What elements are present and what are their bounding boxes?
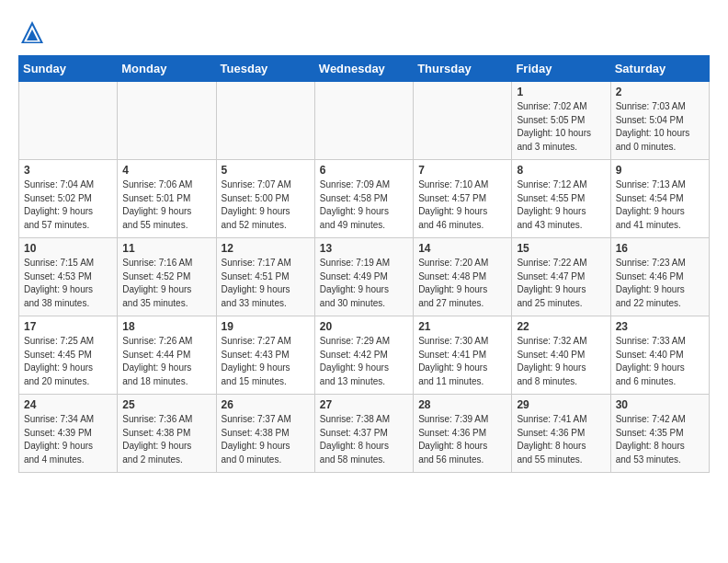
calendar-cell: 24Sunrise: 7:34 AM Sunset: 4:39 PM Dayli…: [19, 395, 118, 473]
calendar-cell: 18Sunrise: 7:26 AM Sunset: 4:44 PM Dayli…: [118, 316, 216, 395]
day-number: 24: [24, 398, 112, 411]
calendar-cell: [19, 82, 118, 160]
day-info: Sunrise: 7:30 AM Sunset: 4:41 PM Dayligh…: [418, 335, 506, 388]
calendar-cell: [414, 82, 512, 160]
day-number: 2: [616, 86, 704, 98]
day-info: Sunrise: 7:07 AM Sunset: 5:00 PM Dayligh…: [222, 178, 310, 232]
day-info: Sunrise: 7:23 AM Sunset: 4:46 PM Dayligh…: [616, 257, 704, 310]
week-row-5: 24Sunrise: 7:34 AM Sunset: 4:39 PM Dayli…: [19, 395, 710, 473]
calendar-cell: 22Sunrise: 7:32 AM Sunset: 4:40 PM Dayli…: [512, 316, 610, 395]
calendar-cell: 11Sunrise: 7:16 AM Sunset: 4:52 PM Dayli…: [118, 238, 216, 316]
day-number: 1: [517, 86, 605, 98]
calendar-cell: 26Sunrise: 7:37 AM Sunset: 4:38 PM Dayli…: [216, 395, 314, 473]
day-info: Sunrise: 7:34 AM Sunset: 4:39 PM Dayligh…: [24, 413, 112, 466]
day-number: 30: [616, 398, 704, 411]
calendar-cell: 19Sunrise: 7:27 AM Sunset: 4:43 PM Dayli…: [216, 316, 314, 395]
day-number: 6: [320, 164, 408, 177]
logo: [18, 18, 50, 46]
calendar-cell: 8Sunrise: 7:12 AM Sunset: 4:55 PM Daylig…: [512, 160, 610, 238]
day-info: Sunrise: 7:20 AM Sunset: 4:48 PM Dayligh…: [418, 257, 506, 310]
day-number: 9: [616, 164, 704, 177]
page-header: [18, 18, 710, 46]
calendar-cell: 15Sunrise: 7:22 AM Sunset: 4:47 PM Dayli…: [512, 238, 610, 316]
day-number: 21: [418, 320, 506, 333]
day-number: 19: [222, 320, 310, 333]
calendar-cell: 13Sunrise: 7:19 AM Sunset: 4:49 PM Dayli…: [314, 238, 413, 316]
day-number: 20: [320, 320, 408, 333]
week-row-2: 3Sunrise: 7:04 AM Sunset: 5:02 PM Daylig…: [19, 160, 710, 238]
day-info: Sunrise: 7:04 AM Sunset: 5:02 PM Dayligh…: [24, 178, 112, 232]
day-info: Sunrise: 7:29 AM Sunset: 4:42 PM Dayligh…: [320, 335, 408, 388]
day-info: Sunrise: 7:12 AM Sunset: 4:55 PM Dayligh…: [517, 178, 605, 232]
calendar-cell: 21Sunrise: 7:30 AM Sunset: 4:41 PM Dayli…: [414, 316, 512, 395]
day-number: 18: [122, 320, 210, 333]
calendar-cell: 30Sunrise: 7:42 AM Sunset: 4:35 PM Dayli…: [610, 395, 709, 473]
calendar-cell: [216, 82, 314, 160]
calendar-cell: 10Sunrise: 7:15 AM Sunset: 4:53 PM Dayli…: [19, 238, 118, 316]
calendar-cell: 7Sunrise: 7:10 AM Sunset: 4:57 PM Daylig…: [414, 160, 512, 238]
day-number: 26: [222, 398, 310, 411]
day-info: Sunrise: 7:37 AM Sunset: 4:38 PM Dayligh…: [222, 413, 310, 466]
day-number: 17: [24, 320, 112, 333]
calendar-cell: [314, 82, 413, 160]
logo-icon: [18, 18, 46, 46]
calendar-cell: 16Sunrise: 7:23 AM Sunset: 4:46 PM Dayli…: [610, 238, 709, 316]
day-number: 12: [222, 242, 310, 255]
day-info: Sunrise: 7:26 AM Sunset: 4:44 PM Dayligh…: [122, 335, 210, 388]
day-info: Sunrise: 7:10 AM Sunset: 4:57 PM Dayligh…: [418, 178, 506, 232]
day-number: 29: [517, 398, 605, 411]
day-header-monday: Monday: [118, 56, 216, 82]
day-info: Sunrise: 7:41 AM Sunset: 4:36 PM Dayligh…: [517, 413, 605, 466]
calendar-cell: 6Sunrise: 7:09 AM Sunset: 4:58 PM Daylig…: [314, 160, 413, 238]
calendar-cell: 14Sunrise: 7:20 AM Sunset: 4:48 PM Dayli…: [414, 238, 512, 316]
day-info: Sunrise: 7:22 AM Sunset: 4:47 PM Dayligh…: [517, 257, 605, 310]
day-info: Sunrise: 7:06 AM Sunset: 5:01 PM Dayligh…: [122, 178, 210, 232]
day-header-sunday: Sunday: [19, 56, 118, 82]
day-number: 13: [320, 242, 408, 255]
day-info: Sunrise: 7:03 AM Sunset: 5:04 PM Dayligh…: [616, 100, 704, 154]
day-number: 11: [122, 242, 210, 255]
day-number: 27: [320, 398, 408, 411]
calendar-cell: 29Sunrise: 7:41 AM Sunset: 4:36 PM Dayli…: [512, 395, 610, 473]
day-number: 25: [122, 398, 210, 411]
day-number: 23: [616, 320, 704, 333]
calendar-cell: 4Sunrise: 7:06 AM Sunset: 5:01 PM Daylig…: [118, 160, 216, 238]
day-info: Sunrise: 7:36 AM Sunset: 4:38 PM Dayligh…: [122, 413, 210, 466]
calendar-cell: 2Sunrise: 7:03 AM Sunset: 5:04 PM Daylig…: [610, 82, 709, 160]
day-header-thursday: Thursday: [414, 56, 512, 82]
day-info: Sunrise: 7:33 AM Sunset: 4:40 PM Dayligh…: [616, 335, 704, 388]
day-info: Sunrise: 7:39 AM Sunset: 4:36 PM Dayligh…: [418, 413, 506, 466]
calendar-header-row: SundayMondayTuesdayWednesdayThursdayFrid…: [19, 56, 710, 82]
calendar-cell: 23Sunrise: 7:33 AM Sunset: 4:40 PM Dayli…: [610, 316, 709, 395]
day-header-tuesday: Tuesday: [216, 56, 314, 82]
calendar-cell: 3Sunrise: 7:04 AM Sunset: 5:02 PM Daylig…: [19, 160, 118, 238]
day-header-saturday: Saturday: [610, 56, 709, 82]
day-info: Sunrise: 7:32 AM Sunset: 4:40 PM Dayligh…: [517, 335, 605, 388]
day-info: Sunrise: 7:15 AM Sunset: 4:53 PM Dayligh…: [24, 257, 112, 310]
day-info: Sunrise: 7:09 AM Sunset: 4:58 PM Dayligh…: [320, 178, 408, 232]
day-number: 10: [24, 242, 112, 255]
day-info: Sunrise: 7:02 AM Sunset: 5:05 PM Dayligh…: [517, 100, 605, 154]
day-number: 15: [517, 242, 605, 255]
calendar-cell: 20Sunrise: 7:29 AM Sunset: 4:42 PM Dayli…: [314, 316, 413, 395]
calendar-cell: 17Sunrise: 7:25 AM Sunset: 4:45 PM Dayli…: [19, 316, 118, 395]
calendar-table: SundayMondayTuesdayWednesdayThursdayFrid…: [18, 55, 710, 473]
calendar-cell: 1Sunrise: 7:02 AM Sunset: 5:05 PM Daylig…: [512, 82, 610, 160]
calendar-cell: 12Sunrise: 7:17 AM Sunset: 4:51 PM Dayli…: [216, 238, 314, 316]
day-info: Sunrise: 7:27 AM Sunset: 4:43 PM Dayligh…: [222, 335, 310, 388]
day-info: Sunrise: 7:13 AM Sunset: 4:54 PM Dayligh…: [616, 178, 704, 232]
calendar-cell: 27Sunrise: 7:38 AM Sunset: 4:37 PM Dayli…: [314, 395, 413, 473]
day-number: 4: [122, 164, 210, 177]
day-number: 16: [616, 242, 704, 255]
calendar-cell: 28Sunrise: 7:39 AM Sunset: 4:36 PM Dayli…: [414, 395, 512, 473]
calendar-cell: 5Sunrise: 7:07 AM Sunset: 5:00 PM Daylig…: [216, 160, 314, 238]
day-number: 22: [517, 320, 605, 333]
week-row-1: 1Sunrise: 7:02 AM Sunset: 5:05 PM Daylig…: [19, 82, 710, 160]
day-info: Sunrise: 7:38 AM Sunset: 4:37 PM Dayligh…: [320, 413, 408, 466]
day-number: 8: [517, 164, 605, 177]
day-header-wednesday: Wednesday: [314, 56, 413, 82]
calendar-cell: [118, 82, 216, 160]
day-number: 7: [418, 164, 506, 177]
day-header-friday: Friday: [512, 56, 610, 82]
week-row-3: 10Sunrise: 7:15 AM Sunset: 4:53 PM Dayli…: [19, 238, 710, 316]
